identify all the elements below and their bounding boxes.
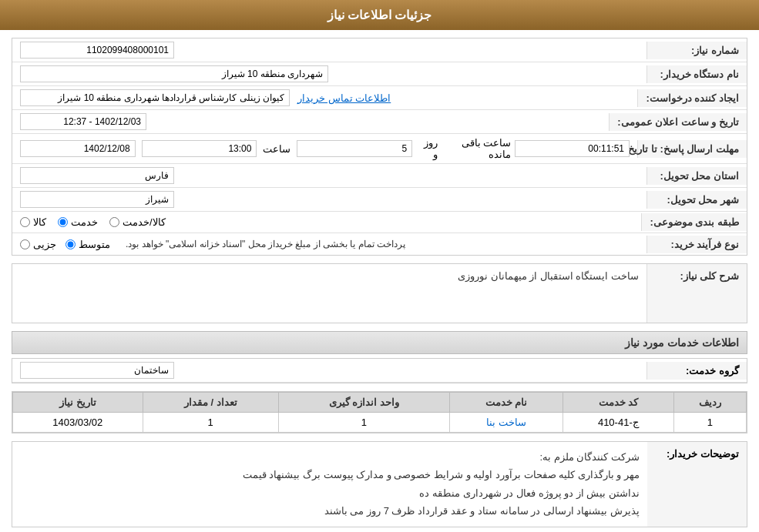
creator-value: اطلاعات تماس خریدار [12, 86, 637, 109]
days-input[interactable] [297, 140, 412, 157]
process-minor[interactable]: جزیی [20, 239, 56, 250]
time-label: ساعت [263, 143, 291, 155]
process-medium[interactable]: متوسط [65, 239, 110, 250]
category-row: طبقه بندی موضوعی: کالا/خدمت خدمت کالا [12, 212, 747, 233]
category-label: طبقه بندی موضوعی: [641, 213, 747, 231]
cell-date: 1403/03/02 [13, 413, 143, 433]
description-text: ساخت ایستگاه استقبال از میهمانان نوروزی [20, 270, 639, 309]
page-title: جزئیات اطلاعات نیاز [327, 8, 432, 22]
province-value [12, 164, 646, 187]
category-goods-radio[interactable] [20, 217, 30, 227]
category-service-radio[interactable] [58, 217, 68, 227]
announce-date-label: تاریخ و ساعت اعلان عمومی: [609, 113, 747, 131]
process-description: پرداخت تمام یا بخشی از مبلغ خریداز محل "… [126, 239, 405, 249]
notes-line-3: نداشتن بیش از دو پروژه فعال در شهرداری م… [20, 484, 640, 502]
notes-line-1: شرکت کنندگان ملزم به: [20, 448, 640, 466]
days-separator: روز و [418, 137, 438, 160]
buyer-org-input[interactable] [20, 65, 328, 82]
time-input[interactable] [142, 140, 257, 157]
notes-line-4: پذیرش بیشنهاد ارسالی در سامانه ستاد و عق… [20, 502, 640, 520]
col-date: تاریخ نیاز [13, 393, 143, 413]
deadline-label: مهلت ارسال پاسخ: تا تاریخ: [637, 140, 747, 158]
process-type-value: پرداخت تمام یا بخشی از مبلغ خریداز محل "… [12, 236, 646, 253]
services-table: ردیف کد خدمت نام خدمت واحد اندازه گیری ت… [12, 392, 747, 433]
category-service[interactable]: خدمت [58, 216, 98, 228]
deadline-row: مهلت ارسال پاسخ: تا تاریخ: ساعت باقی مان… [12, 134, 747, 164]
process-radio-group: متوسط جزیی [20, 239, 110, 250]
creator-input[interactable] [20, 89, 290, 106]
notes-content: شرکت کنندگان ملزم به: مهر و بارگذاری کلی… [12, 441, 647, 527]
category-radio-group: کالا/خدمت خدمت کالا [20, 216, 166, 228]
col-unit: واحد اندازه گیری [278, 393, 449, 413]
reference-number-row: شماره نیاز: [12, 38, 747, 62]
city-label: شهر محل تحویل: [646, 191, 747, 209]
service-group-label: گروه خدمت: [646, 362, 747, 380]
col-row-number: ردیف [673, 393, 746, 413]
category-goods-service-radio[interactable] [109, 217, 119, 227]
notes-section: توضیحات خریدار: شرکت کنندگان ملزم به: مه… [12, 441, 747, 527]
col-service-name: نام خدمت [450, 393, 563, 413]
province-row: استان محل تحویل: [12, 164, 747, 188]
services-table-container: ردیف کد خدمت نام خدمت واحد اندازه گیری ت… [12, 391, 747, 433]
col-service-code: کد خدمت [563, 393, 673, 413]
remaining-label: ساعت باقی مانده [444, 137, 511, 160]
province-label: استان محل تحویل: [646, 167, 747, 185]
category-goods-service-label: کالا/خدمت [123, 216, 166, 228]
service-group-row: گروه خدمت: [12, 359, 747, 383]
province-input[interactable] [20, 167, 174, 184]
service-group-section: گروه خدمت: [12, 358, 747, 383]
buyer-org-label: نام دستگاه خریدار: [646, 65, 747, 83]
city-value [12, 188, 646, 211]
process-medium-radio[interactable] [65, 239, 76, 249]
cell-unit: 1 [278, 413, 449, 433]
category-value: کالا/خدمت خدمت کالا [12, 213, 641, 231]
announce-date-value [12, 110, 609, 133]
services-title: اطلاعات خدمات مورد نیاز [12, 331, 747, 354]
cell-service-name: ساخت بنا [450, 413, 563, 433]
process-minor-radio[interactable] [20, 239, 30, 249]
cell-quantity: 1 [143, 413, 278, 433]
creator-row: ایجاد کننده درخواست: اطلاعات تماس خریدار [12, 86, 747, 110]
cell-service-code: ج-41-410 [563, 413, 673, 433]
category-service-label: خدمت [71, 216, 98, 228]
date-input[interactable] [20, 140, 136, 157]
buyer-org-value [12, 62, 646, 85]
table-header-row: ردیف کد خدمت نام خدمت واحد اندازه گیری ت… [13, 393, 747, 413]
table-row: 1 ج-41-410 ساخت بنا 1 1 1403/03/02 [13, 413, 747, 433]
remaining-time: ساعت باقی مانده [444, 137, 630, 160]
city-row: شهر محل تحویل: [12, 188, 747, 212]
info-section: شماره نیاز: نام دستگاه خریدار: ایجاد کنن… [12, 38, 747, 256]
creator-contact-link[interactable]: اطلاعات تماس خریدار [297, 92, 391, 104]
deadline-value: ساعت باقی مانده روز و ساعت [12, 134, 637, 163]
announce-date-row: تاریخ و ساعت اعلان عمومی: [12, 110, 747, 134]
process-type-row: نوع فرآیند خرید: پرداخت تمام یا بخشی از … [12, 233, 747, 255]
creator-label: ایجاد کننده درخواست: [637, 89, 747, 107]
notes-line-2: مهر و بارگذاری کلیه صفحات برآورد اولیه و… [20, 466, 640, 483]
remaining-input[interactable] [515, 140, 630, 157]
reference-number-value [12, 38, 646, 62]
city-input[interactable] [20, 191, 174, 208]
notes-label: توضیحات خریدار: [647, 441, 747, 527]
reference-number-input[interactable] [20, 42, 174, 59]
reference-number-label: شماره نیاز: [646, 42, 747, 59]
announce-date-input[interactable] [20, 113, 146, 130]
service-group-value [12, 359, 646, 382]
description-value: ساخت ایستگاه استقبال از میهمانان نوروزی [12, 264, 646, 323]
process-medium-label: متوسط [79, 239, 110, 250]
service-group-input[interactable] [20, 362, 174, 379]
description-section: شرح کلی نیاز: ساخت ایستگاه استقبال از می… [12, 263, 747, 323]
description-label: شرح کلی نیاز: [646, 264, 747, 323]
process-minor-label: جزیی [33, 239, 56, 250]
buyer-org-row: نام دستگاه خریدار: [12, 62, 747, 86]
col-quantity: تعداد / مقدار [143, 393, 278, 413]
cell-row-number: 1 [673, 413, 746, 433]
process-type-label: نوع فرآیند خرید: [646, 236, 747, 253]
category-goods[interactable]: کالا [20, 216, 46, 228]
page-header: جزئیات اطلاعات نیاز [0, 0, 759, 30]
category-goods-label: کالا [33, 216, 46, 228]
category-goods-service[interactable]: کالا/خدمت [109, 216, 166, 228]
